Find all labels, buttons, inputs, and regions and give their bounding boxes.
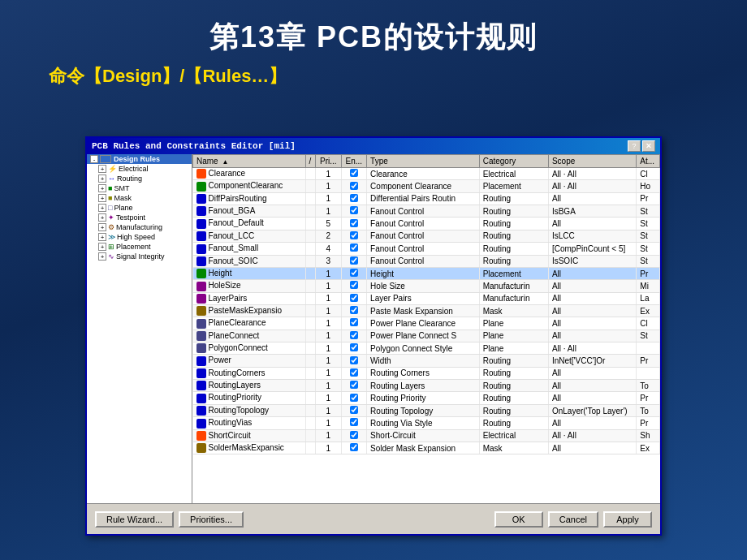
subtitle: 命令【Design】/【Rules…】	[0, 64, 747, 97]
priorities-button[interactable]: Priorities...	[179, 511, 244, 528]
col-header-cat[interactable]: Category	[479, 155, 548, 168]
tree-item-plane[interactable]: + □ Plane	[87, 203, 192, 213]
apply-button[interactable]: Apply	[603, 511, 652, 528]
dialog-titlebar: PCB Rules and Constraints Editor [mil] ?…	[87, 138, 660, 154]
table-row[interactable]: ShortCircuit1Short-CircuitElectricalAll …	[193, 429, 660, 442]
tree-panel: - Design Rules + ⚡ Electrical + ↔ Routin…	[87, 154, 192, 503]
table-row[interactable]: RoutingTopology1Routing TopologyRoutingO…	[193, 404, 660, 416]
table-row[interactable]: Fanout_Default5Fanout ControlRoutingAllS…	[193, 218, 660, 230]
col-header-type[interactable]: Type	[367, 155, 480, 168]
col-header-at[interactable]: At...	[637, 155, 660, 168]
dialog-title: PCB Rules and Constraints Editor [mil]	[92, 141, 296, 151]
tree-item-placement[interactable]: + ⊞ Placement	[87, 242, 192, 252]
tree-item-electrical[interactable]: + ⚡ Electrical	[87, 164, 192, 174]
tree-item-routing[interactable]: + ↔ Routing	[87, 174, 192, 183]
cancel-button[interactable]: Cancel	[548, 511, 598, 528]
ok-button[interactable]: OK	[494, 511, 543, 528]
rule-wizard-button[interactable]: Rule Wizard...	[95, 511, 174, 528]
tree-item-testpoint[interactable]: + ✦ Testpoint	[87, 213, 192, 222]
tree-item-mask[interactable]: + ■ Mask	[87, 193, 192, 203]
table-row[interactable]: ComponentClearanc1Component ClearancePla…	[193, 180, 660, 192]
table-row[interactable]: LayerPairs1Layer PairsManufacturinAllLa	[193, 292, 660, 304]
col-header-pri[interactable]: Pri...	[316, 155, 342, 168]
table-row[interactable]: PasteMaskExpansio1Paste Mask ExpansionMa…	[193, 304, 660, 317]
table-row[interactable]: Fanout_BGA1Fanout ControlRoutingIsBGASt	[193, 205, 660, 218]
table-row[interactable]: DiffPairsRouting1Differential Pairs Rout…	[193, 192, 660, 205]
col-header-slash: /	[305, 155, 316, 168]
table-row[interactable]: Power1WidthRoutingInNet['VCC']OrPr	[193, 355, 660, 367]
table-row[interactable]: Clearance1ClearanceElectricalAll · AllCl	[193, 168, 660, 180]
table-row[interactable]: Fanout_Small4Fanout ControlRouting[CompP…	[193, 243, 660, 255]
table-row[interactable]: PlaneConnect1Power Plane Connect SPlaneA…	[193, 330, 660, 342]
table-row[interactable]: RoutingVias1Routing Via StyleRoutingAllP…	[193, 417, 660, 429]
tree-item-smt[interactable]: + ■ SMT	[87, 183, 192, 193]
tree-root-label: Design Rules	[114, 155, 160, 163]
tree-item-manufacturing[interactable]: + ⚙ Manufacturing	[87, 222, 192, 232]
table-row[interactable]: Fanout_SOIC3Fanout ControlRoutingIsSOICS…	[193, 255, 660, 267]
dialog-footer: Rule Wizard... Priorities... OK Cancel A…	[87, 503, 660, 534]
tree-item-signalintegrity[interactable]: + ∿ Signal Integrity	[87, 252, 192, 261]
page-title: 第13章 PCB的设计规则	[0, 0, 747, 64]
col-header-en[interactable]: En...	[341, 155, 367, 168]
tree-item-highspeed[interactable]: + ≫ High Speed	[87, 232, 192, 242]
col-header-scope[interactable]: Scope	[548, 155, 636, 168]
close-button[interactable]: ✕	[642, 140, 655, 152]
table-row[interactable]: RoutingCorners1Routing CornersRoutingAll	[193, 367, 660, 379]
dialog-window: PCB Rules and Constraints Editor [mil] ?…	[85, 136, 662, 536]
table-row[interactable]: HoleSize1Hole SizeManufacturinAllMi	[193, 280, 660, 292]
help-button[interactable]: ?	[628, 140, 641, 152]
table-row[interactable]: SolderMaskExpansic1Solder Mask Expansion…	[193, 442, 660, 454]
table-row[interactable]: PlaneClearance1Power Plane ClearancePlan…	[193, 317, 660, 330]
tree-root[interactable]: - Design Rules	[87, 154, 192, 164]
table-row[interactable]: Fanout_LCC2Fanout ControlRoutingIsLCCSt	[193, 230, 660, 242]
table-row[interactable]: Height1HeightPlacementAllPr	[193, 267, 660, 279]
col-header-name[interactable]: Name ▲	[193, 155, 306, 168]
table-panel[interactable]: Name ▲ / Pri... En... Type Category Scop…	[192, 154, 660, 503]
table-row[interactable]: PolygonConnect1Polygon Connect StylePlan…	[193, 342, 660, 355]
table-row[interactable]: RoutingLayers1Routing LayersRoutingAllTo	[193, 380, 660, 392]
table-row[interactable]: RoutingPriority1Routing PriorityRoutingA…	[193, 392, 660, 404]
